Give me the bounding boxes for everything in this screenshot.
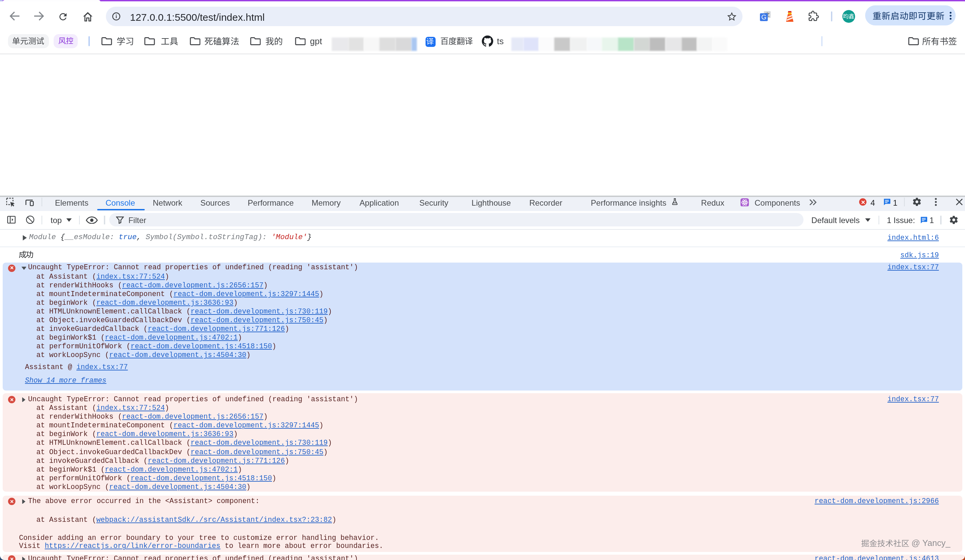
svg-text:G: G <box>761 13 766 21</box>
